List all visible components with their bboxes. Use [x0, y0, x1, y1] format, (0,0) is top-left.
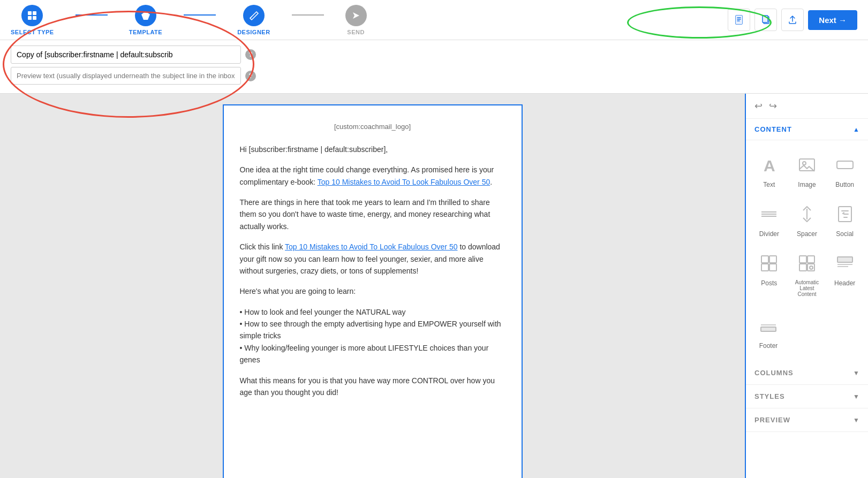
auto-content-icon: [794, 251, 820, 276]
bullet-1: How to look and feel younger the NATURAL…: [240, 306, 505, 318]
spacer-icon: [794, 201, 820, 227]
wizard-steps: SELECT TYPE TEMPLATE DESIGNER SEND: [11, 5, 367, 35]
content-item-footer[interactable]: Footer: [752, 309, 784, 354]
content-item-auto-content[interactable]: Automatic Latest Content: [790, 246, 824, 301]
preview-section-header[interactable]: PREVIEW ▼: [746, 408, 868, 432]
svg-marker-4: [141, 11, 150, 20]
email-paragraph-1: One idea at the right time could change …: [240, 164, 505, 188]
content-item-social[interactable]: Social: [828, 197, 862, 242]
subject-help-icon[interactable]: ?: [245, 49, 256, 60]
button-icon: [832, 152, 858, 178]
columns-label: COLUMNS: [754, 369, 794, 377]
export-button[interactable]: [781, 9, 804, 31]
bullet-3: Why looking/feeling younger is more abou…: [240, 342, 505, 366]
image-item-label: Image: [798, 181, 816, 188]
content-item-divider[interactable]: Divider: [752, 197, 786, 242]
undo-redo-row: ↩ ↪: [746, 94, 868, 119]
connector-1: [76, 14, 108, 16]
step-template[interactable]: TEMPLATE: [129, 5, 162, 35]
content-section-header[interactable]: CONTENT ▲: [746, 119, 868, 140]
content-item-header[interactable]: Header: [828, 246, 862, 301]
preview-input-wrap: ?: [11, 67, 857, 85]
footer-icon: [756, 313, 781, 339]
subject-row: ? ?: [0, 40, 868, 94]
styles-label: STYLES: [754, 392, 785, 400]
redo-button[interactable]: ↪: [769, 100, 777, 112]
email-paragraph-4: Here's what you are going to learn:: [240, 285, 505, 297]
email-link-1[interactable]: Top 10 Mistakes to Avoid To Look Fabulou…: [318, 178, 490, 186]
header-icon: [832, 251, 858, 276]
svg-rect-1: [33, 11, 36, 15]
svg-rect-23: [807, 256, 814, 263]
step-2-label: TEMPLATE: [129, 29, 162, 35]
svg-rect-19: [769, 256, 776, 263]
svg-rect-27: [837, 257, 852, 262]
content-item-spacer[interactable]: Spacer: [790, 197, 824, 242]
step-3-label: DESIGNER: [237, 29, 270, 35]
content-item-text[interactable]: A Text: [752, 148, 786, 193]
content-label: CONTENT: [754, 125, 792, 133]
next-button-label: Next →: [819, 16, 847, 25]
columns-section-header[interactable]: COLUMNS ▼: [746, 361, 868, 385]
content-item-image[interactable]: Image: [790, 148, 824, 193]
social-item-label: Social: [836, 230, 854, 238]
auto-content-item-label: Automatic Latest Content: [792, 279, 822, 297]
styles-arrow-icon: ▼: [853, 393, 859, 400]
svg-rect-21: [769, 264, 776, 271]
email-canvas[interactable]: [custom:coachmail_logo] Hi [subscriber:f…: [223, 104, 523, 478]
copy-button[interactable]: [754, 9, 777, 31]
top-nav: SELECT TYPE TEMPLATE DESIGNER SEND: [0, 0, 868, 40]
svg-rect-13: [837, 161, 853, 169]
svg-marker-5: [353, 12, 359, 19]
preview-label: PREVIEW: [754, 416, 790, 424]
step-send[interactable]: SEND: [345, 5, 367, 35]
step-designer[interactable]: DESIGNER: [237, 5, 270, 35]
email-bullets: How to look and feel younger the NATURAL…: [240, 306, 505, 366]
email-greeting: Hi [subscriber:firstname | default:subsc…: [240, 143, 505, 155]
footer-item-label: Footer: [759, 342, 778, 350]
connector-2: [184, 14, 216, 16]
divider-icon: [756, 201, 782, 227]
header-item-label: Header: [834, 279, 855, 287]
preview-input[interactable]: [11, 67, 241, 85]
right-sidebar: ↩ ↪ CONTENT ▲ A Text Image: [745, 94, 868, 478]
nav-actions: Next →: [728, 9, 857, 31]
svg-rect-0: [28, 11, 32, 15]
new-document-button[interactable]: [728, 9, 750, 31]
svg-rect-9: [763, 16, 768, 22]
step-1-circle: [21, 5, 43, 26]
subject-input[interactable]: [11, 45, 241, 64]
svg-rect-20: [761, 264, 768, 271]
email-paragraph-5: What this means for you is that you have…: [240, 375, 505, 399]
bullet-2: How to see through the empty advertising…: [240, 318, 505, 342]
svg-rect-31: [761, 327, 776, 331]
svg-point-12: [803, 162, 806, 165]
email-logo: [custom:coachmail_logo]: [240, 122, 505, 133]
step-3-circle: [243, 5, 265, 26]
button-item-label: Button: [835, 181, 854, 188]
subject-input-wrap: ?: [11, 45, 857, 64]
main-area: [custom:coachmail_logo] Hi [subscriber:f…: [0, 94, 868, 478]
preview-help-icon[interactable]: ?: [245, 71, 256, 81]
step-2-circle: [135, 5, 156, 26]
posts-item-label: Posts: [761, 279, 777, 287]
next-button[interactable]: Next →: [808, 10, 857, 30]
email-link-2[interactable]: Top 10 Mistakes to Avoid To Look Fabulou…: [285, 242, 457, 251]
svg-text:A: A: [764, 157, 775, 174]
email-paragraph-2: There are things in here that took me ye…: [240, 196, 505, 232]
svg-rect-2: [28, 16, 32, 20]
canvas-area: [custom:coachmail_logo] Hi [subscriber:f…: [0, 94, 745, 478]
step-4-label: SEND: [347, 29, 365, 35]
svg-rect-22: [799, 256, 806, 263]
email-paragraph-3: Click this link Top 10 Mistakes to Avoid…: [240, 241, 505, 277]
columns-arrow-icon: ▼: [853, 369, 859, 377]
content-item-button[interactable]: Button: [828, 148, 862, 193]
step-select-type[interactable]: SELECT TYPE: [11, 5, 54, 35]
styles-section-header[interactable]: STYLES ▼: [746, 385, 868, 408]
undo-button[interactable]: ↩: [754, 100, 763, 112]
preview-arrow-icon: ▼: [853, 416, 859, 424]
svg-rect-3: [33, 16, 36, 20]
step-1-label: SELECT TYPE: [11, 29, 54, 35]
content-item-posts[interactable]: Posts: [752, 246, 786, 301]
email-body: Hi [subscriber:firstname | default:subsc…: [240, 143, 505, 399]
